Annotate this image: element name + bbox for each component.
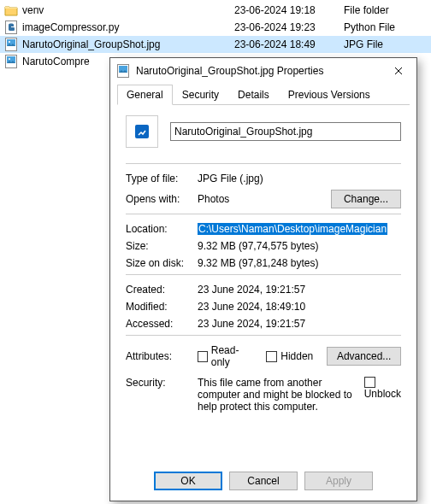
- change-button[interactable]: Change...: [331, 190, 401, 208]
- svg-rect-9: [135, 125, 149, 138]
- filename-input[interactable]: [170, 122, 401, 141]
- apply-button[interactable]: Apply: [304, 472, 373, 490]
- properties-dialog: NarutoOriginal_GroupShot.jpg Properties …: [109, 57, 417, 501]
- checkbox-icon: [198, 351, 208, 362]
- python-icon: [3, 20, 19, 35]
- file-date: 23-06-2024 18:49: [234, 38, 344, 50]
- tab-details[interactable]: Details: [228, 85, 279, 105]
- type-of-file-label: Type of file:: [126, 173, 198, 185]
- checkbox-icon: [266, 351, 277, 362]
- security-text: This file came from another computer and…: [198, 377, 356, 413]
- tab-previous-versions[interactable]: Previous Versions: [279, 85, 380, 105]
- file-type: Python File: [344, 21, 428, 33]
- image-icon: [3, 37, 19, 52]
- location-value[interactable]: C:\Users\Naman\Desktop\imageMagician: [198, 223, 387, 235]
- image-icon: [3, 54, 19, 69]
- size-on-disk-label: Size on disk:: [126, 257, 198, 269]
- tab-general[interactable]: General: [117, 85, 173, 105]
- opens-with-label: Opens with:: [126, 193, 198, 205]
- attributes-label: Attributes:: [126, 350, 198, 362]
- dialog-title: NarutoOriginal_GroupShot.jpg Properties: [136, 65, 386, 77]
- modified-value: 23 June 2024, 18:49:10: [198, 301, 401, 313]
- tab-security[interactable]: Security: [173, 85, 228, 105]
- readonly-checkbox[interactable]: Read-only: [198, 344, 252, 368]
- unblock-checkbox[interactable]: Unblock: [364, 377, 401, 400]
- size-value: 9.32 MB (97,74,575 bytes): [198, 240, 401, 252]
- file-type-icon: [126, 115, 158, 148]
- location-label: Location:: [126, 223, 198, 235]
- modified-label: Modified:: [126, 301, 198, 313]
- file-name: NarutoOriginal_GroupShot.jpg: [22, 38, 234, 50]
- cancel-button[interactable]: Cancel: [229, 472, 298, 490]
- accessed-value: 23 June 2024, 19:21:57: [198, 318, 401, 330]
- file-type: File folder: [344, 4, 428, 16]
- security-label: Security:: [126, 377, 198, 413]
- file-name: venv: [22, 4, 234, 16]
- created-value: 23 June 2024, 19:21:57: [198, 284, 401, 296]
- created-label: Created:: [126, 284, 198, 296]
- svg-point-3: [9, 41, 10, 43]
- size-on-disk-value: 9.32 MB (97,81,248 bytes): [198, 257, 401, 269]
- hidden-checkbox[interactable]: Hidden: [266, 350, 313, 362]
- close-button[interactable]: [386, 61, 411, 81]
- svg-point-6: [9, 58, 10, 60]
- hidden-label: Hidden: [280, 350, 313, 362]
- advanced-button[interactable]: Advanced...: [327, 347, 401, 366]
- file-name: imageCompressor.py: [22, 21, 234, 33]
- file-row-selected[interactable]: NarutoOriginal_GroupShot.jpg 23-06-2024 …: [0, 36, 431, 53]
- accessed-label: Accessed:: [126, 318, 198, 330]
- file-date: 23-06-2024 19:23: [234, 21, 344, 33]
- type-of-file-value: JPG File (.jpg): [198, 173, 401, 185]
- file-row[interactable]: imageCompressor.py 23-06-2024 19:23 Pyth…: [0, 19, 431, 36]
- dialog-buttons: OK Cancel Apply: [110, 472, 416, 490]
- file-date: 23-06-2024 19:18: [234, 4, 344, 16]
- opens-with-value: Photos: [198, 193, 229, 205]
- file-row[interactable]: venv 23-06-2024 19:18 File folder: [0, 2, 431, 19]
- image-file-icon: [115, 63, 131, 79]
- tab-strip: General Security Details Previous Versio…: [117, 84, 410, 105]
- checkbox-icon: [364, 377, 375, 388]
- close-icon: [394, 67, 403, 75]
- readonly-label: Read-only: [211, 344, 252, 368]
- size-label: Size:: [126, 240, 198, 252]
- folder-icon: [3, 3, 19, 18]
- tab-content: Type of file: JPG File (.jpg) Opens with…: [110, 105, 416, 428]
- title-bar[interactable]: NarutoOriginal_GroupShot.jpg Properties: [110, 58, 416, 84]
- unblock-label: Unblock: [364, 388, 401, 400]
- ok-button[interactable]: OK: [154, 472, 222, 490]
- file-type: JPG File: [344, 38, 428, 50]
